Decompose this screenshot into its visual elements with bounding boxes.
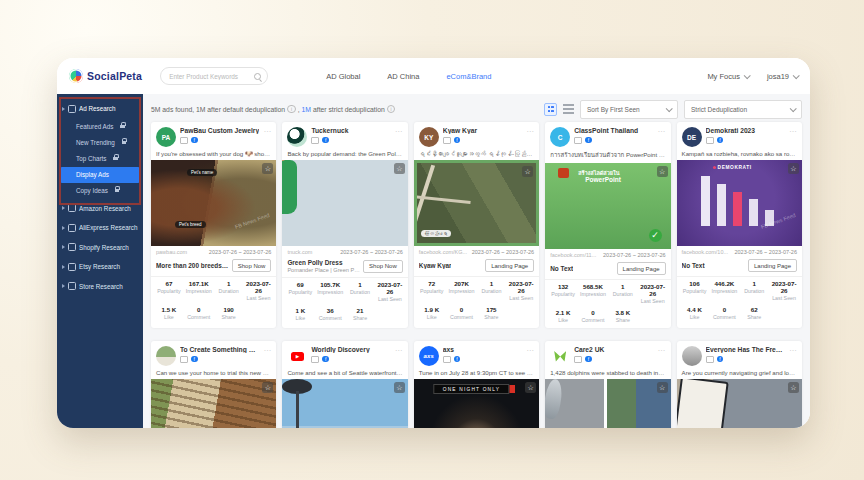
ad-card[interactable]: To Create Something Exceptio... … Can we… [151, 341, 276, 428]
search-box[interactable] [160, 67, 268, 85]
advertiser-name[interactable]: PawBau Custom Jewelry [180, 127, 259, 134]
sidebar-item[interactable]: Copy Ideas [57, 183, 143, 199]
more-menu-icon[interactable]: … [526, 346, 534, 352]
ad-card[interactable]: Everyone Has The Freedom To... … Are you… [677, 341, 802, 428]
sidebar-item[interactable]: Store Research [57, 277, 143, 297]
favorite-star-button[interactable]: ☆ [657, 382, 668, 393]
socialpeta-logo[interactable]: SocialPeta [69, 69, 142, 83]
impression-value: 105.7K [315, 281, 345, 288]
advertiser-name[interactable]: Tuckernuck [311, 127, 390, 134]
favorite-star-button[interactable]: ☆ [525, 382, 536, 393]
favorite-star-button[interactable]: ☆ [522, 166, 533, 177]
more-menu-icon[interactable]: … [263, 127, 271, 133]
advertiser-name[interactable]: Worldly Discovery [311, 346, 390, 353]
advertiser-name[interactable]: Demokrati 2023 [706, 127, 785, 134]
ad-image[interactable]: မြေတည်နေရာ ☆ [414, 160, 539, 246]
favorite-star-button[interactable]: ☆ [788, 163, 799, 174]
advertiser-name[interactable]: axs [443, 346, 522, 353]
ad-card[interactable]: axs axs … Tune in on July 28 at 9:30pm C… [414, 341, 539, 428]
last-seen-value: 2023-07-26 [244, 280, 274, 294]
ad-domain[interactable]: tnuck.com [287, 249, 312, 255]
ad-image[interactable]: ONE NIGHT ONLY ☆ [414, 379, 539, 428]
ad-card[interactable]: Care2 UK … 1,428 dolphins were stabbed t… [545, 341, 670, 428]
ad-date-range: 2023-07-26 ~ 2023-07-26 [603, 252, 666, 258]
chevron-down-icon [666, 105, 673, 112]
sidebar-item[interactable]: Shopify Research [57, 238, 143, 258]
comment-value: 36 [315, 307, 345, 314]
ad-text: Can we use your home to trial this new s… [151, 367, 276, 379]
search-input[interactable] [167, 72, 254, 81]
sidebar-item[interactable]: New Trending [57, 135, 143, 151]
facebook-icon [191, 356, 198, 363]
ad-card[interactable]: KY Kyaw Kyar … ရင်းနှီးထားချင်သူများအတွက… [414, 122, 539, 328]
favorite-star-button[interactable]: ☆ [262, 163, 273, 174]
sidebar-item[interactable]: Etsy Research [57, 257, 143, 277]
ad-image[interactable]: ☆ [151, 379, 276, 428]
ad-card[interactable]: DE Demokrati 2023 … Kampaň sa rozbieha, … [677, 122, 802, 328]
cta-button[interactable]: Landing Page [748, 259, 797, 272]
ad-image[interactable]: ☆ [677, 379, 802, 428]
more-menu-icon[interactable]: … [526, 127, 534, 133]
nav-tab[interactable]: eCom&Brand [446, 72, 491, 81]
cta-button[interactable]: Shop Now [232, 259, 272, 272]
favorite-star-button[interactable]: ☆ [262, 382, 273, 393]
dedup-dropdown[interactable]: Strict Deduplication [684, 100, 802, 119]
ad-image[interactable]: สร้างสไลด์สวยใน PowerPoint ☆ [545, 163, 670, 249]
info-icon[interactable] [387, 105, 396, 114]
nav-tab[interactable]: AD China [387, 72, 419, 81]
my-focus-menu[interactable]: My Focus [707, 72, 749, 81]
sidebar-item[interactable]: Display Ads [60, 167, 140, 183]
nav-tab[interactable]: AD Global [326, 72, 360, 81]
more-menu-icon[interactable]: … [789, 127, 797, 133]
ad-domain[interactable]: pawbau.com [156, 249, 187, 255]
avatar-initials: PA [162, 134, 171, 141]
chevron-down-icon [744, 72, 751, 79]
list-view-toggle[interactable] [563, 104, 574, 114]
ad-card[interactable]: Tuckernuck … Back by popular demand: the… [282, 122, 407, 328]
advertiser-name[interactable]: Kyaw Kyar [443, 127, 522, 134]
more-menu-icon[interactable]: … [658, 346, 666, 352]
cta-button[interactable]: Landing Page [485, 259, 534, 272]
sort-dropdown[interactable]: Sort By First Seen [580, 100, 678, 119]
ad-image[interactable]: ☆ [545, 379, 670, 428]
ad-card[interactable]: Worldly Discovery … Come and see a bit o… [282, 341, 407, 428]
ad-image[interactable]: ☆ [282, 160, 407, 246]
sidebar-item[interactable]: Featured Ads [57, 119, 143, 135]
ad-card[interactable]: C ClassPoint Thailand … การสร้างบทเรียนส… [545, 122, 670, 328]
ad-image[interactable]: SEATTLE WASHINGTON ☆ [282, 379, 407, 428]
user-menu[interactable]: josa19 [767, 72, 798, 81]
more-menu-icon[interactable]: … [263, 346, 271, 352]
favorite-star-button[interactable]: ☆ [788, 382, 799, 393]
platform-icons [180, 137, 259, 144]
more-menu-icon[interactable]: … [789, 346, 797, 352]
favorite-star-button[interactable]: ☆ [394, 382, 405, 393]
advertiser-name[interactable]: To Create Something Exceptio... [180, 346, 259, 353]
sidebar-item[interactable]: Amazon Research [57, 199, 143, 219]
ad-image[interactable]: DEMOKRATI FB News Feed ☆ [677, 160, 802, 246]
sidebar-item[interactable]: AliExpress Research [57, 218, 143, 238]
favorite-star-button[interactable]: ☆ [394, 163, 405, 174]
more-menu-icon[interactable]: … [658, 127, 666, 133]
ad-card[interactable]: PA PawBau Custom Jewelry … If you're obs… [151, 122, 276, 328]
advertiser-name[interactable]: Care2 UK [574, 346, 653, 353]
info-icon[interactable] [287, 105, 296, 114]
more-menu-icon[interactable]: … [395, 127, 403, 133]
ad-domain[interactable]: facebook.com/10... [682, 249, 728, 255]
cta-button[interactable]: Landing Page [617, 262, 666, 275]
ad-cta-text: No Text [550, 265, 573, 272]
sidebar-item[interactable]: Top Charts [57, 151, 143, 167]
more-menu-icon[interactable]: … [395, 346, 403, 352]
cta-button[interactable]: Shop Now [363, 260, 403, 273]
favorite-star-button[interactable]: ☆ [657, 166, 668, 177]
advertiser-name[interactable]: ClassPoint Thailand [574, 127, 653, 134]
ad-format-icon [706, 137, 714, 144]
grid-view-toggle[interactable] [544, 103, 557, 116]
like-label: Like [285, 315, 315, 321]
ad-image[interactable]: Pet's name Pet's breed FB News Feed ☆ [151, 160, 276, 246]
sidebar-item[interactable]: Ad Research [57, 99, 143, 119]
ad-domain[interactable]: facebook.com/KG... [419, 249, 467, 255]
advertiser-name[interactable]: Everyone Has The Freedom To... [706, 346, 785, 353]
duration-label: Duration [214, 288, 244, 294]
ad-domain[interactable]: facebook.com/11... [550, 252, 596, 258]
impression-value: 207K [447, 280, 477, 287]
